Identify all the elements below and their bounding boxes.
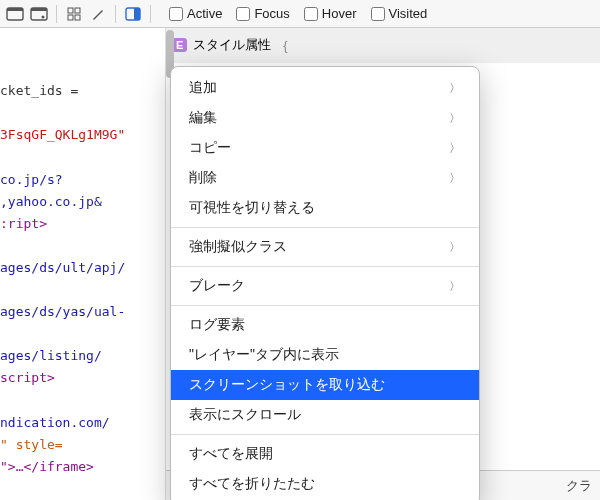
code-line <box>0 235 161 257</box>
menu-item[interactable]: コピー〉 <box>171 133 479 163</box>
code-line: ages/ds/ult/apj/ <box>0 257 161 279</box>
chevron-right-icon: 〉 <box>449 278 461 295</box>
menu-item-label: 追加 <box>189 79 217 97</box>
window-icon[interactable] <box>6 6 24 22</box>
code-line: ages/ds/yas/ual- <box>0 301 161 323</box>
menu-item-label: ブレーク <box>189 277 245 295</box>
svg-rect-1 <box>7 8 23 11</box>
code-line <box>0 36 161 58</box>
context-menu: 追加〉編集〉コピー〉削除〉可視性を切り替える強制擬似クラス〉ブレーク〉ログ要素"… <box>170 66 480 500</box>
chevron-right-icon: 〉 <box>449 239 461 256</box>
window2-icon[interactable] <box>30 6 48 22</box>
menu-item-label: "レイヤー"タブ内に表示 <box>189 346 339 364</box>
menu-item[interactable]: 強制擬似クラス〉 <box>171 232 479 262</box>
code-line: script> <box>0 367 161 389</box>
style-attr-label: スタイル属性 <box>193 36 271 54</box>
menu-item-label: コピー <box>189 139 231 157</box>
svg-point-4 <box>42 15 45 18</box>
element-badge: E <box>172 38 187 52</box>
code-line: ,yahoo.co.jp& <box>0 191 161 213</box>
code-line: ">…</iframe> <box>0 456 161 478</box>
menu-item[interactable]: すべてを展開 <box>171 439 479 469</box>
menu-separator <box>171 434 479 435</box>
toolbar: Active Focus Hover Visited <box>0 0 600 28</box>
menu-separator <box>171 266 479 267</box>
svg-rect-10 <box>134 8 140 20</box>
menu-item[interactable]: "レイヤー"タブ内に表示 <box>171 340 479 370</box>
menu-separator <box>171 227 479 228</box>
menu-item[interactable]: 可視性を切り替える <box>171 193 479 223</box>
code-line: ndication.com/ <box>0 412 161 434</box>
classes-toggle[interactable]: クラ <box>566 477 592 495</box>
menu-item-label: すべてを折りたたむ <box>189 475 315 493</box>
menu-item[interactable]: 削除〉 <box>171 163 479 193</box>
code-line <box>0 146 161 168</box>
menu-item-label: 編集 <box>189 109 217 127</box>
menu-item-label: すべてを展開 <box>189 445 273 463</box>
pseudo-focus[interactable]: Focus <box>236 6 289 21</box>
menu-item[interactable]: スクリーンショットを取り込む <box>171 370 479 400</box>
pseudo-active[interactable]: Active <box>169 6 222 21</box>
chevron-right-icon: 〉 <box>449 80 461 97</box>
menu-item-label: 表示にスクロール <box>189 406 301 424</box>
code-line: 3FsqGF_QKLg1M9G" <box>0 124 161 146</box>
menu-item-label: ログ要素 <box>189 316 245 334</box>
chevron-right-icon: 〉 <box>449 110 461 127</box>
pane-toggle-icon[interactable] <box>124 6 142 22</box>
code-line <box>0 478 161 500</box>
code-line <box>0 58 161 80</box>
chevron-right-icon: 〉 <box>449 140 461 157</box>
menu-item[interactable]: すべてを折りたたむ <box>171 469 479 499</box>
menu-item-label: 強制擬似クラス <box>189 238 287 256</box>
menu-item[interactable]: 編集〉 <box>171 103 479 133</box>
menu-item[interactable]: 表示にスクロール <box>171 400 479 430</box>
svg-rect-6 <box>75 8 80 13</box>
menu-item-label: 削除 <box>189 169 217 187</box>
pseudo-hover[interactable]: Hover <box>304 6 357 21</box>
code-line <box>0 390 161 412</box>
code-line: :ript> <box>0 213 161 235</box>
chevron-right-icon: 〉 <box>449 170 461 187</box>
source-pane: cket_ids = 3FsqGF_QKLg1M9G" co.jp/s?,yah… <box>0 28 165 500</box>
code-line: cket_ids = <box>0 80 161 102</box>
code-line <box>0 279 161 301</box>
code-line: ages/listing/ <box>0 345 161 367</box>
menu-item[interactable]: ログ要素 <box>171 310 479 340</box>
grid-icon[interactable] <box>65 6 83 22</box>
pseudo-visited[interactable]: Visited <box>371 6 428 21</box>
menu-item[interactable]: ブレーク〉 <box>171 271 479 301</box>
menu-item-label: 可視性を切り替える <box>189 199 315 217</box>
code-line <box>0 323 161 345</box>
code-line: " style= <box>0 434 161 456</box>
pseudo-class-toggles: Active Focus Hover Visited <box>169 6 427 21</box>
menu-item-label: スクリーンショットを取り込む <box>189 376 385 394</box>
menu-item[interactable]: 追加〉 <box>171 73 479 103</box>
style-attribute-header: E スタイル属性 { <box>166 28 600 63</box>
svg-rect-5 <box>68 8 73 13</box>
menu-separator <box>171 305 479 306</box>
code-line: co.jp/s? <box>0 169 161 191</box>
svg-rect-8 <box>75 15 80 20</box>
svg-rect-7 <box>68 15 73 20</box>
svg-rect-3 <box>31 8 47 11</box>
open-brace: { <box>283 38 287 53</box>
brush-icon[interactable] <box>89 6 107 22</box>
code-line <box>0 102 161 124</box>
